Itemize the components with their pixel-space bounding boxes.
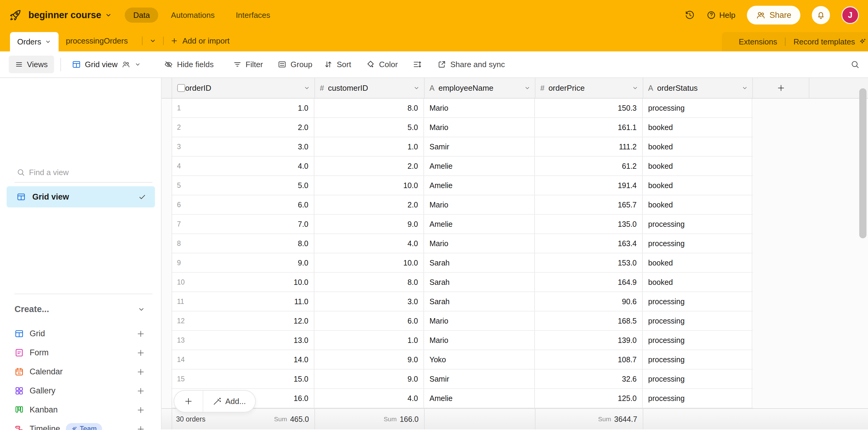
cell-orderStatus[interactable]: processing	[643, 98, 752, 117]
table-row[interactable]: 3 3.0 1.0 Samir 111.2 booked	[172, 137, 753, 156]
grid-view-switcher[interactable]: Grid view	[72, 51, 141, 78]
create-item-form[interactable]: Form	[0, 343, 161, 362]
create-item-grid[interactable]: Grid	[0, 324, 161, 343]
history-icon[interactable]	[685, 10, 695, 20]
cell-orderPrice[interactable]: 90.6	[535, 292, 643, 311]
cell-orderID[interactable]: 15 15.0	[172, 370, 314, 388]
chevron-down-icon[interactable]	[413, 85, 420, 91]
record-templates-button[interactable]: Record templates	[794, 37, 867, 47]
cell-customerID[interactable]: 9.0	[314, 350, 424, 369]
cell-employeeName[interactable]: Mario	[424, 234, 535, 253]
search-icon[interactable]	[850, 60, 860, 69]
table-row[interactable]: 11 11.0 3.0 Sarah 90.6 processing	[172, 292, 753, 312]
tab-orders[interactable]: Orders	[10, 32, 59, 51]
cell-customerID[interactable]: 1.0	[314, 331, 424, 349]
cell-customerID[interactable]: 9.0	[314, 370, 424, 388]
table-row[interactable]: 1 1.0 8.0 Mario 150.3 processing	[172, 98, 753, 118]
cell-employeeName[interactable]: Mario	[424, 118, 535, 137]
cell-customerID[interactable]: 5.0	[314, 118, 424, 137]
cell-employeeName[interactable]: Mario	[424, 195, 535, 214]
add-or-import-button[interactable]: Add or import	[170, 36, 229, 46]
cell-orderPrice[interactable]: 111.2	[535, 137, 643, 156]
cell-orderPrice[interactable]: 164.9	[535, 273, 643, 291]
base-title[interactable]: beginner course	[28, 10, 101, 21]
table-row[interactable]: 13 13.0 1.0 Mario 139.0 processing	[172, 331, 753, 350]
cell-employeeName[interactable]: Mario	[424, 312, 535, 330]
cell-customerID[interactable]: 9.0	[314, 215, 424, 233]
notifications-button[interactable]	[812, 6, 830, 24]
cell-employeeName[interactable]: Amelie	[424, 389, 535, 408]
vertical-scrollbar[interactable]	[859, 88, 867, 238]
cell-customerID[interactable]: 3.0	[314, 292, 424, 311]
filter-button[interactable]: Filter	[233, 51, 263, 78]
tables-chevron-down-icon[interactable]	[149, 37, 156, 45]
user-avatar[interactable]: J	[841, 6, 859, 24]
cell-orderID[interactable]: 4 4.0	[172, 156, 314, 175]
cell-orderPrice[interactable]: 161.1	[535, 118, 643, 137]
chevron-down-icon[interactable]	[741, 85, 748, 91]
row-height-button[interactable]	[412, 51, 422, 78]
table-row[interactable]: 7 7.0 9.0 Amelie 135.0 processing	[172, 215, 753, 234]
cell-orderPrice[interactable]: 108.7	[535, 350, 643, 369]
cell-orderID[interactable]: 5 5.0	[172, 176, 314, 195]
column-header-customerID[interactable]: # customerID	[315, 78, 425, 98]
table-row[interactable]: 9 9.0 10.0 Sarah 153.0 booked	[172, 253, 753, 273]
table-row[interactable]: 15 15.0 9.0 Samir 32.6 processing	[172, 370, 753, 389]
cell-employeeName[interactable]: Amelie	[424, 215, 535, 233]
column-header-employeeName[interactable]: A employeeName	[425, 78, 535, 98]
cell-orderStatus[interactable]: booked	[643, 253, 752, 272]
cell-customerID[interactable]: 4.0	[314, 234, 424, 253]
chevron-down-icon[interactable]	[134, 61, 141, 68]
cell-employeeName[interactable]: Mario	[424, 331, 535, 349]
cell-orderPrice[interactable]: 139.0	[535, 331, 643, 349]
cell-customerID[interactable]: 1.0	[314, 137, 424, 156]
cell-customerID[interactable]: 10.0	[314, 176, 424, 195]
cell-orderStatus[interactable]: processing	[643, 389, 752, 408]
cell-orderStatus[interactable]: processing	[643, 234, 752, 253]
column-header-orderPrice[interactable]: # orderPrice	[535, 78, 643, 98]
table-row[interactable]: 5 5.0 10.0 Amelie 191.4 booked	[172, 176, 753, 195]
cell-orderID[interactable]: 6 6.0	[172, 195, 314, 214]
cell-employeeName[interactable]: Mario	[424, 98, 535, 117]
select-all-checkbox[interactable]	[177, 84, 185, 92]
chevron-down-icon[interactable]	[45, 38, 51, 45]
cell-employeeName[interactable]: Sarah	[424, 292, 535, 311]
cell-employeeName[interactable]: Sarah	[424, 253, 535, 272]
cell-orderID[interactable]: 14 14.0	[172, 350, 314, 369]
cell-orderStatus[interactable]: booked	[643, 118, 752, 137]
find-view-input[interactable]	[29, 166, 141, 179]
plus-icon[interactable]	[136, 329, 145, 338]
sidebar-view-grid-view[interactable]: Grid view	[7, 186, 155, 207]
cell-orderPrice[interactable]: 163.4	[535, 234, 643, 253]
cell-orderID[interactable]: 13 13.0	[172, 331, 314, 349]
nav-tab-interfaces[interactable]: Interfaces	[227, 7, 279, 23]
color-button[interactable]: Color	[366, 51, 398, 78]
help-button[interactable]: Help	[706, 10, 735, 20]
cell-orderPrice[interactable]: 191.4	[535, 176, 643, 195]
cell-orderPrice[interactable]: 168.5	[535, 312, 643, 330]
table-row[interactable]: 2 2.0 5.0 Mario 161.1 booked	[172, 118, 753, 137]
cell-orderID[interactable]: 11 11.0	[172, 292, 314, 311]
cell-orderStatus[interactable]: processing	[643, 292, 752, 311]
share-and-sync-button[interactable]: Share and sync	[437, 51, 505, 78]
cell-orderID[interactable]: 9 9.0	[172, 253, 314, 272]
table-row[interactable]: 4 4.0 2.0 Amelie 61.2 booked	[172, 156, 753, 176]
plus-icon[interactable]	[136, 425, 145, 430]
cell-orderPrice[interactable]: 61.2	[535, 156, 643, 175]
group-button[interactable]: Group	[278, 51, 312, 78]
cell-orderPrice[interactable]: 165.7	[535, 195, 643, 214]
create-item-gallery[interactable]: Gallery	[0, 381, 161, 400]
share-button[interactable]: Share	[747, 6, 800, 25]
cell-employeeName[interactable]: Samir	[424, 370, 535, 388]
cell-orderStatus[interactable]: processing	[643, 350, 752, 369]
hide-fields-button[interactable]: Hide fields	[164, 51, 214, 78]
cell-orderPrice[interactable]: 153.0	[535, 253, 643, 272]
table-row[interactable]: 14 14.0 9.0 Yoko 108.7 processing	[172, 350, 753, 370]
views-button[interactable]: Views	[9, 56, 54, 73]
table-row[interactable]: 10 10.0 8.0 Sarah 164.9 booked	[172, 273, 753, 292]
cell-customerID[interactable]: 8.0	[314, 273, 424, 291]
plus-icon[interactable]	[136, 386, 145, 396]
add-with-ai-button[interactable]: Add...	[203, 391, 255, 412]
column-header-orderID[interactable]: # orderID	[172, 78, 315, 98]
cell-orderPrice[interactable]: 150.3	[535, 98, 643, 117]
